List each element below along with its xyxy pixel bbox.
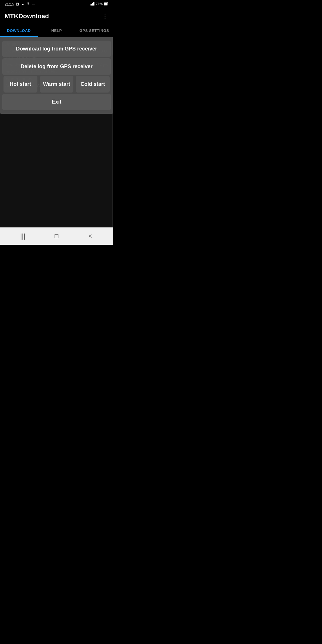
- svg-rect-6: [108, 3, 108, 4]
- app-bar: MTKDownload ⋮: [0, 8, 113, 24]
- tab-help[interactable]: HELP: [38, 24, 75, 37]
- exit-button[interactable]: Exit: [2, 94, 111, 110]
- dialog-overlay: Download log from GPS receiver Delete lo…: [0, 37, 113, 114]
- tab-bar: DOWNLOAD HELP GPS SETTINGS: [0, 24, 113, 37]
- home-button[interactable]: □: [50, 229, 64, 243]
- battery-icon: [104, 2, 108, 6]
- battery-percentage: 71%: [96, 2, 103, 6]
- more-icon: ···: [32, 2, 35, 6]
- delete-log-button[interactable]: Delete log from GPS receiver: [2, 58, 111, 75]
- svg-rect-3: [93, 2, 94, 6]
- bottom-nav: ||| □ <: [0, 227, 113, 245]
- signal-icon: [91, 2, 95, 6]
- svg-rect-1: [91, 4, 92, 6]
- status-left: 21:15 🖼 ☁ ···: [5, 2, 35, 6]
- tab-download[interactable]: DOWNLOAD: [0, 24, 38, 37]
- svg-rect-4: [94, 2, 95, 6]
- status-time: 21:15: [5, 2, 14, 6]
- wifi-icon: [26, 2, 30, 6]
- svg-rect-7: [104, 3, 107, 5]
- app-title: MTKDownload: [5, 12, 49, 20]
- back-button[interactable]: <: [84, 229, 97, 243]
- cloud-icon: ☁: [21, 2, 24, 6]
- status-right: 71%: [91, 2, 108, 6]
- cold-start-button[interactable]: Cold start: [76, 76, 110, 93]
- start-buttons-row: Hot start Warm start Cold start: [2, 76, 111, 93]
- tab-gps-settings[interactable]: GPS SETTINGS: [75, 24, 113, 37]
- warm-start-button[interactable]: Warm start: [40, 76, 74, 93]
- download-log-button[interactable]: Download log from GPS receiver: [2, 41, 111, 57]
- photo-icon: 🖼: [16, 2, 19, 6]
- status-bar: 21:15 🖼 ☁ ··· 71%: [0, 0, 113, 8]
- hot-start-button[interactable]: Hot start: [3, 76, 37, 93]
- svg-rect-0: [91, 4, 91, 6]
- svg-rect-2: [92, 3, 93, 6]
- recents-button[interactable]: |||: [16, 229, 30, 243]
- overflow-menu-icon[interactable]: ⋮: [102, 12, 108, 20]
